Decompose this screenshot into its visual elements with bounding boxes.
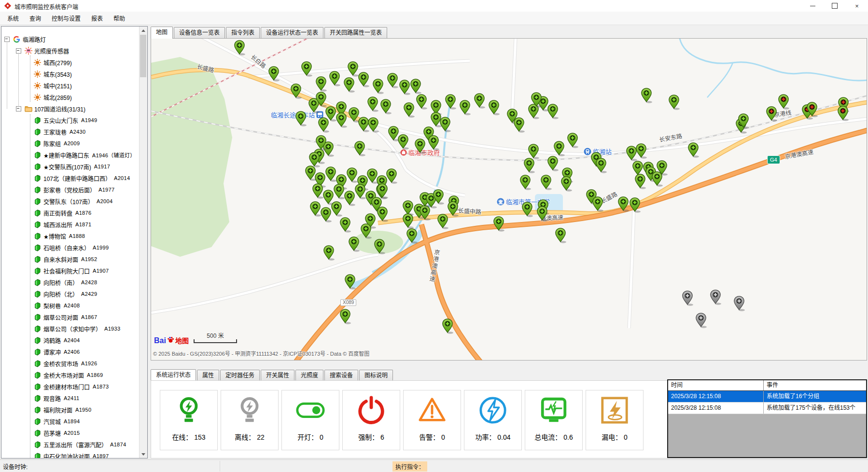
device-pin-green[interactable] [354, 141, 366, 156]
device-pin-green[interactable] [561, 176, 573, 192]
device-pin-green[interactable] [345, 274, 356, 290]
event-log-row[interactable]: 2025/3/28 12:15:08系统加载了16个分组 [668, 391, 866, 403]
device-pin-green[interactable] [355, 184, 366, 199]
tree-item-group[interactable]: 光照度传感器 [1, 45, 148, 56]
device-pin-green[interactable] [554, 141, 565, 156]
device-pin-green[interactable] [340, 309, 351, 324]
device-pin-green[interactable] [641, 88, 653, 103]
device-pin-green[interactable] [310, 201, 322, 217]
tree-item-device[interactable]: 梨树巷A2408 [1, 300, 148, 311]
device-pin-red[interactable] [807, 102, 818, 117]
maximize-button[interactable] [824, 0, 846, 12]
device-pin-green[interactable] [547, 156, 559, 171]
device-pin-green[interactable] [669, 95, 680, 110]
device-pin-red[interactable] [838, 106, 849, 121]
menu-item-4[interactable]: 报表 [86, 12, 108, 24]
device-pin-green[interactable] [329, 71, 341, 86]
device-pin-green[interactable] [460, 100, 471, 115]
tree-item-device[interactable]: 金桥建材市场门口A1873 [1, 381, 148, 392]
device-pin-green[interactable] [493, 216, 505, 232]
device-pin-green[interactable] [386, 168, 398, 184]
device-pin-green[interactable] [433, 189, 445, 205]
device-pin-green[interactable] [316, 92, 327, 107]
device-pin-green[interactable] [528, 144, 540, 159]
tree-item-device[interactable]: ★交警队西(107南)A1917 [1, 161, 148, 172]
device-pin-green[interactable] [531, 92, 543, 108]
device-pin-green[interactable] [522, 202, 533, 217]
tree-expand-icon[interactable] [4, 37, 10, 42]
tree-item-device[interactable]: 福利院对面A1950 [1, 404, 148, 416]
tree-item-device[interactable]: 向阳桥（北）A2429 [1, 288, 148, 300]
tree-item-device[interactable]: 烟草公司（求知中学）A1933 [1, 323, 148, 334]
device-pin-green[interactable] [318, 117, 330, 133]
device-pin-green[interactable] [489, 100, 500, 115]
device-pin-red[interactable] [766, 106, 778, 122]
tree-item-device[interactable]: 五里派出所（富源汽配）A1874 [1, 439, 148, 450]
device-pin-green[interactable] [657, 160, 668, 176]
tree-item-device[interactable]: 汽贸城A1894 [1, 416, 148, 427]
tree-item-device[interactable]: 107北（建新中路路口西）A2014 [1, 172, 148, 184]
device-pin-gray[interactable] [696, 313, 707, 328]
device-pin-green[interactable] [428, 135, 440, 151]
tree-item-group[interactable]: 城北(2859) [1, 91, 148, 103]
device-pin-green[interactable] [344, 77, 355, 93]
menu-item-3[interactable]: 控制与设置 [46, 12, 86, 24]
device-pin-green[interactable] [325, 167, 337, 182]
device-pin-green[interactable] [336, 112, 348, 128]
tree-item-device[interactable]: 谭家冲A2406 [1, 346, 148, 358]
device-pin-green[interactable] [234, 40, 246, 56]
tree-item-device[interactable]: 交警队东（107南）A2004 [1, 195, 148, 207]
device-pin-green[interactable] [404, 102, 415, 118]
device-pin-green[interactable] [268, 66, 280, 82]
tree-item-root[interactable]: 临湘路灯 [1, 33, 148, 45]
event-log-row[interactable]: 2025/3/28 12:15:08系统加载了175个设备，在线153个 [668, 403, 866, 414]
device-pin-green[interactable] [592, 196, 604, 212]
device-pin-green[interactable] [347, 167, 358, 183]
menu-item-1[interactable]: 系统 [2, 12, 24, 24]
device-pin-green[interactable] [630, 197, 641, 213]
device-pin-green[interactable] [636, 143, 647, 159]
device-pin-green[interactable] [524, 158, 535, 173]
tree-item-device[interactable]: ★建新中路路口东A1946（辅道灯） [1, 149, 148, 161]
device-pin-green[interactable] [555, 228, 567, 243]
tree-item-device[interactable]: 观音路A2411 [1, 392, 148, 404]
tree-item-device[interactable]: 自来水斜对面A1952 [1, 253, 148, 265]
device-pin-green[interactable] [416, 94, 428, 110]
device-pin-green[interactable] [295, 111, 307, 126]
device-pin-green[interactable] [331, 201, 343, 217]
device-pin-green[interactable] [344, 191, 356, 206]
tree-item-device[interactable]: 社会福利院大门口A1907 [1, 265, 148, 277]
tree-item-device[interactable]: 五尖山大门东A1949 [1, 114, 148, 126]
tree-item-device[interactable]: 南正街转盘A1876 [1, 207, 148, 219]
device-pin-green[interactable] [374, 239, 386, 254]
device-pin-green[interactable] [316, 76, 327, 92]
tree-item-device[interactable]: 城西派出所A1871 [1, 219, 148, 230]
device-pin-green[interactable] [358, 72, 370, 87]
device-pin-green[interactable] [442, 319, 454, 334]
map-tab-1[interactable]: 地图 [151, 27, 173, 39]
tree-item-group[interactable]: 城西(2799) [1, 56, 148, 68]
bottom-tab-7[interactable]: 图标说明 [359, 370, 393, 381]
bottom-tab-5[interactable]: 光照度 [295, 370, 323, 381]
device-pin-green[interactable] [348, 61, 359, 77]
tree-item-device[interactable]: 向阳桥（南）A2428 [1, 277, 148, 288]
bottom-tab-3[interactable]: 定时器任务 [220, 370, 260, 381]
device-pin-green[interactable] [688, 142, 700, 158]
device-pin-green[interactable] [377, 207, 389, 222]
device-pin-green[interactable] [440, 117, 451, 132]
menu-item-5[interactable]: 帮助 [108, 12, 130, 24]
tree-item-device[interactable]: 中石化加油站对面A1897 [1, 450, 148, 458]
tree-item-device[interactable]: 王家珑巷A2430 [1, 126, 148, 138]
tree-item-device[interactable]: 彭家巷（党校后面）A1977 [1, 184, 148, 195]
menu-item-2[interactable]: 查询 [24, 12, 46, 24]
device-pin-green[interactable] [349, 236, 360, 252]
device-pin-green[interactable] [403, 213, 414, 229]
tree-item-group[interactable]: 城中(2151) [1, 80, 148, 91]
device-pin-green[interactable] [323, 245, 335, 261]
device-pin-green[interactable] [406, 228, 418, 244]
device-pin-green[interactable] [537, 206, 548, 222]
bottom-tab-1[interactable]: 系统运行状态 [151, 369, 196, 381]
device-pin-green[interactable] [334, 184, 345, 199]
tree-item-group[interactable]: 城东(3543) [1, 68, 148, 80]
device-pin-green[interactable] [547, 104, 559, 119]
